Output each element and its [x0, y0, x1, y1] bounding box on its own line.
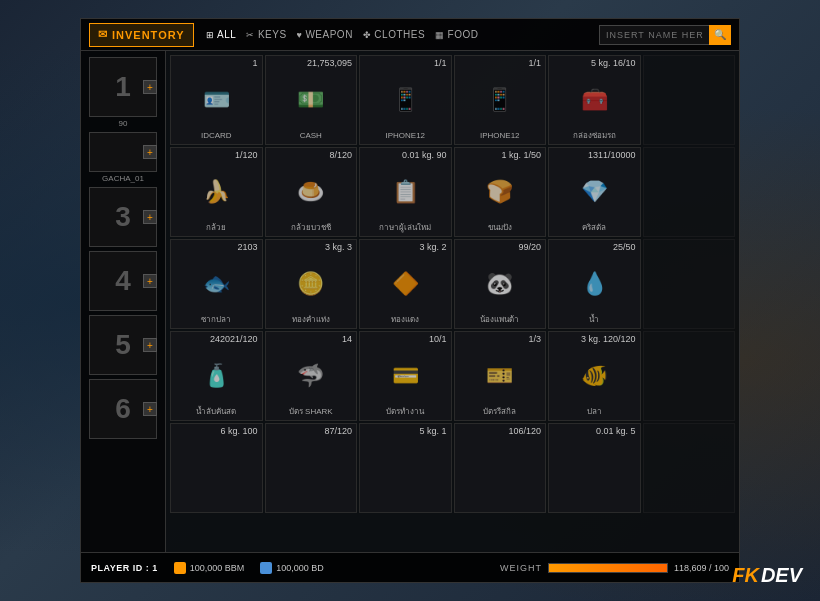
slot-box-3[interactable]: 3 +	[89, 187, 157, 247]
item-cell[interactable]: 8/120🍮กล้วยบวชชี	[265, 147, 358, 237]
item-count: 8/120	[270, 151, 353, 162]
slot-plus-gacha[interactable]: +	[143, 145, 157, 159]
item-count: 87/120	[270, 427, 353, 438]
inventory-label: INVENTORY	[112, 29, 185, 41]
item-icon-area: 🔶	[364, 254, 447, 313]
weight-label: WEIGHT	[500, 563, 542, 573]
slot-box-1[interactable]: 1 +	[89, 57, 157, 117]
tab-weapon[interactable]: ♥ WEAPON	[297, 29, 353, 40]
item-icon-area	[364, 438, 447, 507]
item-cell[interactable]: 14🦈บัตร SHARK	[265, 331, 358, 421]
item-cell[interactable]: 5 kg. 16/10🧰กล่องซ่อมรถ	[548, 55, 641, 145]
item-cell[interactable]: 25/50💧น้ำ	[548, 239, 641, 329]
item-icon-area: 🐼	[459, 254, 542, 313]
search-area: 🔍	[599, 25, 731, 45]
item-icon-area: 🐠	[553, 346, 636, 405]
bottom-bar: PLAYER ID : 1 100,000 BBM 100,000 BD WEI…	[81, 552, 739, 582]
bbm-currency: 100,000 BBM	[174, 562, 245, 574]
item-cell[interactable]: 0.01 kg. 90📋กาษาผู้เล่นใหม่	[359, 147, 452, 237]
item-count: 3 kg. 120/120	[553, 335, 636, 346]
search-button[interactable]: 🔍	[709, 25, 731, 45]
item-icon: 💵	[297, 87, 324, 113]
item-count: 3 kg. 2	[364, 243, 447, 254]
item-count: 1311/10000	[553, 151, 636, 162]
item-cell[interactable]: 10/1💳บัตรทำงาน	[359, 331, 452, 421]
item-cell[interactable]: 1🪪IDCARD	[170, 55, 263, 145]
item-name: CASH	[270, 131, 353, 141]
slot-box-5[interactable]: 5 +	[89, 315, 157, 375]
item-icon-area: 💳	[364, 346, 447, 405]
tab-food-label: FOOD	[448, 29, 479, 40]
item-cell[interactable]: 87/120	[265, 423, 358, 513]
item-cell[interactable]: 1/1📱IPHONE12	[454, 55, 547, 145]
item-cell[interactable]: 3 kg. 120/120🐠ปลา	[548, 331, 641, 421]
item-name: ทองแดง	[364, 315, 447, 325]
tab-keys[interactable]: ✂ KEYS	[246, 29, 286, 40]
slot-plus-6[interactable]: +	[143, 402, 157, 416]
item-icon-area: 🍌	[175, 162, 258, 221]
tab-food[interactable]: ▦ FOOD	[435, 29, 478, 40]
item-count: 1/1	[364, 59, 447, 70]
item-count: 5 kg. 16/10	[553, 59, 636, 70]
item-cell[interactable]: 242021/120🧴น้ำลับคันสด	[170, 331, 263, 421]
item-name: คริสตัล	[553, 223, 636, 233]
item-cell[interactable]: 106/120	[454, 423, 547, 513]
item-cell[interactable]: 1311/10000💎คริสตัล	[548, 147, 641, 237]
item-cell[interactable]	[643, 239, 736, 329]
tab-clothes-label: CLOTHES	[374, 29, 425, 40]
item-cell[interactable]: 1 kg. 1/50🍞ขนมปัง	[454, 147, 547, 237]
item-name: ขนมปัง	[459, 223, 542, 233]
item-grid-area: 1🪪IDCARD21,753,095💵CASH1/1📱IPHONE121/1📱I…	[166, 51, 739, 552]
item-icon-area: 💎	[553, 162, 636, 221]
item-cell[interactable]: 99/20🐼น้องแพนด้า	[454, 239, 547, 329]
item-cell[interactable]	[643, 331, 736, 421]
slot-box-4[interactable]: 4 +	[89, 251, 157, 311]
item-name: น้องแพนด้า	[459, 315, 542, 325]
item-name: ซากปลา	[175, 315, 258, 325]
item-count: 5 kg. 1	[364, 427, 447, 438]
item-cell[interactable]: 2103🐟ซากปลา	[170, 239, 263, 329]
item-cell[interactable]	[643, 423, 736, 513]
slot-plus-1[interactable]: +	[143, 80, 157, 94]
item-cell[interactable]	[643, 147, 736, 237]
tab-clothes[interactable]: ✤ CLOTHES	[363, 29, 425, 40]
item-icon: 📱	[486, 87, 513, 113]
weight-text: 118,609 / 100	[674, 563, 729, 573]
item-icon-area: 🍮	[270, 162, 353, 221]
item-cell[interactable]: 5 kg. 1	[359, 423, 452, 513]
item-count: 99/20	[459, 243, 542, 254]
item-icon-area	[648, 438, 731, 507]
item-count: 1 kg. 1/50	[459, 151, 542, 162]
sidebar: 1 + 90 + GACHA_01 3 + 4 +	[81, 51, 166, 552]
slot-label-gacha: GACHA_01	[89, 174, 157, 183]
slot-plus-5[interactable]: +	[143, 338, 157, 352]
item-icon: 🍞	[486, 179, 513, 205]
slot-box-6[interactable]: 6 +	[89, 379, 157, 439]
slot-number-5: 5	[115, 329, 131, 361]
search-input[interactable]	[599, 25, 709, 45]
keys-icon: ✂	[246, 30, 255, 40]
bd-value: 100,000 BD	[276, 563, 324, 573]
inventory-tab[interactable]: ✉ INVENTORY	[89, 23, 194, 47]
item-cell[interactable]: 0.01 kg. 5	[548, 423, 641, 513]
item-count: 14	[270, 335, 353, 346]
slot-number-6: 6	[115, 393, 131, 425]
weight-bar	[548, 563, 668, 573]
slot-plus-3[interactable]: +	[143, 210, 157, 224]
slot-box-gacha[interactable]: +	[89, 132, 157, 172]
item-icon-area	[648, 162, 731, 231]
slot-label-1: 90	[89, 119, 157, 128]
item-cell[interactable]: 1/120🍌กล้วย	[170, 147, 263, 237]
item-cell[interactable]: 3 kg. 3🪙ทองคำแท่ง	[265, 239, 358, 329]
item-cell[interactable]	[643, 55, 736, 145]
item-icon: 🍌	[203, 179, 230, 205]
item-cell[interactable]: 1/1📱IPHONE12	[359, 55, 452, 145]
item-cell[interactable]: 6 kg. 100	[170, 423, 263, 513]
player-id-label: PLAYER ID :	[91, 563, 149, 573]
item-cell[interactable]: 1/3🎫บัตรรีสกิล	[454, 331, 547, 421]
tab-all[interactable]: ⊞ ALL	[206, 29, 237, 40]
item-cell[interactable]: 21,753,095💵CASH	[265, 55, 358, 145]
slot-plus-4[interactable]: +	[143, 274, 157, 288]
item-cell[interactable]: 3 kg. 2🔶ทองแดง	[359, 239, 452, 329]
item-name: กล่องซ่อมรถ	[553, 131, 636, 141]
